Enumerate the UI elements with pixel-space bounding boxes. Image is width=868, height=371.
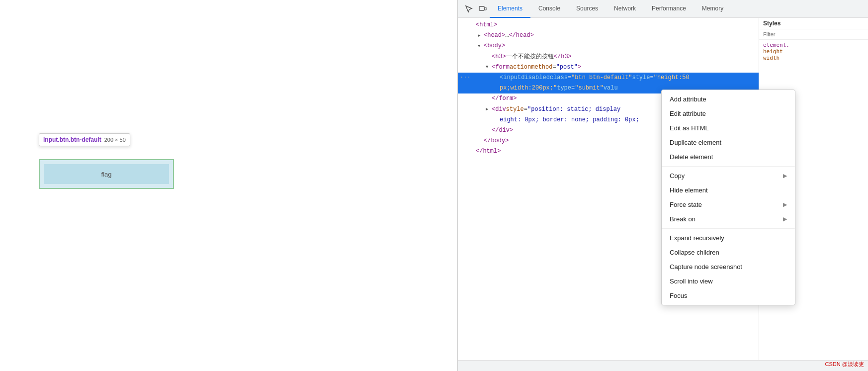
dom-line-form[interactable]: <form action method="post"> <box>458 62 759 73</box>
menu-item-delete-element[interactable]: Delete element <box>662 150 795 164</box>
devtools-bottom-bar <box>458 360 868 371</box>
element-tooltip: input.btn.btn-default 200 × 50 <box>39 133 130 146</box>
break-on-arrow-icon: ▶ <box>783 216 787 222</box>
svg-rect-0 <box>479 6 484 10</box>
devtools-tabs: Elements Console Sources Network Perform… <box>490 0 864 18</box>
styles-content: element. height width <box>759 40 868 63</box>
menu-item-copy[interactable]: Copy ▶ <box>662 169 795 183</box>
menu-item-edit-attribute[interactable]: Edit attribute <box>662 106 795 121</box>
tab-network[interactable]: Network <box>606 0 644 18</box>
dom-line-h3[interactable]: <h3>一个不能按的按钮</h3> <box>458 52 759 62</box>
svg-rect-1 <box>485 7 486 10</box>
tab-sources[interactable]: Sources <box>568 0 606 18</box>
menu-item-scroll-into-view[interactable]: Scroll into view <box>662 274 795 288</box>
dom-line-html[interactable]: <html> <box>458 20 759 30</box>
tab-memory[interactable]: Memory <box>694 0 731 18</box>
device-toggle-btn[interactable] <box>476 2 490 16</box>
tab-performance[interactable]: Performance <box>644 0 694 18</box>
menu-item-capture-node-screenshot[interactable]: Capture node screenshot <box>662 260 795 274</box>
menu-item-duplicate-element[interactable]: Duplicate element <box>662 135 795 150</box>
inspect-icon-btn[interactable] <box>462 2 476 16</box>
menu-item-collapse-children[interactable]: Collapse children <box>662 245 795 260</box>
device-icon <box>479 5 487 13</box>
context-menu: Add attribute Edit attribute Edit as HTM… <box>661 90 795 305</box>
styles-header: Styles <box>759 18 868 29</box>
dom-line-body-open[interactable]: <body> <box>458 41 759 51</box>
triangle-head[interactable] <box>478 32 484 39</box>
highlighted-inner: flag <box>44 164 169 184</box>
menu-item-edit-as-html[interactable]: Edit as HTML <box>662 121 795 135</box>
triangle-div[interactable] <box>486 106 492 113</box>
inspect-icon <box>465 5 473 13</box>
triangle-body[interactable] <box>478 43 484 50</box>
tab-elements[interactable]: Elements <box>490 0 530 18</box>
menu-item-force-state[interactable]: Force state ▶ <box>662 197 795 212</box>
triangle-form[interactable] <box>486 64 492 71</box>
tab-console[interactable]: Console <box>530 0 568 18</box>
menu-item-hide-element[interactable]: Hide element <box>662 183 795 197</box>
menu-divider-1 <box>662 166 795 167</box>
ellipsis-dots: ··· <box>460 73 471 83</box>
menu-item-focus[interactable]: Focus <box>662 288 795 303</box>
menu-divider-2 <box>662 228 795 229</box>
menu-item-break-on[interactable]: Break on ▶ <box>662 212 795 226</box>
tooltip-selector: input.btn.btn-default <box>43 136 101 143</box>
dom-line-head[interactable]: <head>…</head> <box>458 30 759 41</box>
tooltip-size: 200 × 50 <box>104 137 126 143</box>
csdn-watermark: CSDN @淡读吏 <box>825 361 864 368</box>
button-label: flag <box>101 171 112 178</box>
force-state-arrow-icon: ▶ <box>783 201 787 208</box>
highlighted-element: flag <box>39 159 174 189</box>
styles-filter-input[interactable] <box>759 29 868 40</box>
copy-arrow-icon: ▶ <box>783 173 787 179</box>
menu-item-expand-recursively[interactable]: Expand recursively <box>662 231 795 245</box>
devtools-toolbar: Elements Console Sources Network Perform… <box>458 0 868 18</box>
dom-line-input[interactable]: ··· <input disabled class="btn btn-defau… <box>458 73 759 83</box>
page-area: input.btn.btn-default 200 × 50 flag <box>0 0 457 371</box>
menu-item-add-attribute[interactable]: Add attribute <box>662 92 795 106</box>
